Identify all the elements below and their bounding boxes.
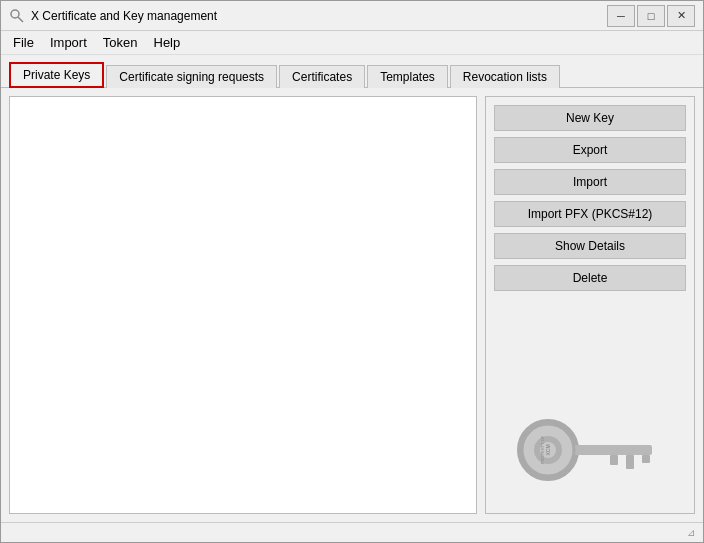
svg-text:XCM: XCM	[545, 444, 551, 455]
svg-rect-5	[572, 445, 652, 455]
window-title: X Certificate and Key management	[31, 9, 607, 23]
app-icon	[9, 8, 25, 24]
close-button[interactable]: ✕	[667, 5, 695, 27]
svg-rect-6	[610, 455, 618, 465]
private-keys-list[interactable]	[9, 96, 477, 514]
key-image-area: PROPERTY OF XCM	[494, 297, 686, 505]
svg-rect-7	[626, 455, 634, 469]
tab-csr[interactable]: Certificate signing requests	[106, 65, 277, 88]
tab-templates[interactable]: Templates	[367, 65, 448, 88]
title-bar: X Certificate and Key management ─ □ ✕	[1, 1, 703, 31]
menu-token[interactable]: Token	[95, 33, 146, 52]
svg-point-0	[11, 10, 19, 18]
right-panel: New Key Export Import Import PFX (PKCS#1…	[485, 96, 695, 514]
menu-bar: File Import Token Help	[1, 31, 703, 55]
tab-revocation-lists[interactable]: Revocation lists	[450, 65, 560, 88]
menu-file[interactable]: File	[5, 33, 42, 52]
new-key-button[interactable]: New Key	[494, 105, 686, 131]
status-bar: ⊿	[1, 522, 703, 542]
delete-button[interactable]: Delete	[494, 265, 686, 291]
content-area: New Key Export Import Import PFX (PKCS#1…	[1, 88, 703, 522]
main-window: X Certificate and Key management ─ □ ✕ F…	[0, 0, 704, 543]
svg-rect-8	[642, 455, 650, 463]
show-details-button[interactable]: Show Details	[494, 233, 686, 259]
import-pfx-button[interactable]: Import PFX (PKCS#12)	[494, 201, 686, 227]
menu-import[interactable]: Import	[42, 33, 95, 52]
tabs-bar: Private Keys Certificate signing request…	[1, 55, 703, 88]
import-button[interactable]: Import	[494, 169, 686, 195]
window-controls: ─ □ ✕	[607, 5, 695, 27]
key-icon-image: PROPERTY OF XCM	[510, 405, 670, 495]
export-button[interactable]: Export	[494, 137, 686, 163]
minimize-button[interactable]: ─	[607, 5, 635, 27]
maximize-button[interactable]: □	[637, 5, 665, 27]
svg-line-1	[18, 17, 23, 22]
tab-private-keys[interactable]: Private Keys	[9, 62, 104, 88]
menu-help[interactable]: Help	[146, 33, 189, 52]
resize-grip[interactable]: ⊿	[683, 525, 699, 541]
tab-certificates[interactable]: Certificates	[279, 65, 365, 88]
